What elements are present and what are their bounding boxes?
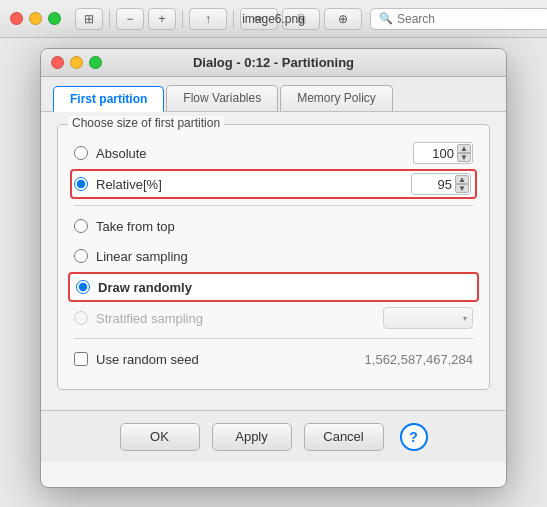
absolute-radio[interactable] xyxy=(74,146,88,160)
help-button[interactable]: ? xyxy=(400,423,428,451)
random-seed-row: Use random seed 1,562,587,467,284 xyxy=(74,345,473,373)
dialog-title: Dialog - 0:12 - Partitioning xyxy=(193,55,354,70)
zoom-out-button[interactable]: − xyxy=(116,8,144,30)
maximize-button[interactable] xyxy=(48,12,61,25)
relative-radio[interactable] xyxy=(74,177,88,191)
divider-2 xyxy=(74,338,473,339)
dialog-traffic-lights xyxy=(51,56,102,69)
absolute-label: Absolute xyxy=(96,146,413,161)
tab-flow-variables[interactable]: Flow Variables xyxy=(166,85,278,111)
toolbar-separator xyxy=(109,10,110,28)
dialog-minimize-button[interactable] xyxy=(70,56,83,69)
relative-value-wrapper: ▲ ▼ xyxy=(411,173,471,195)
dialog-footer: OK Apply Cancel ? xyxy=(41,410,506,462)
action-button[interactable]: ⊕ xyxy=(324,8,362,30)
random-seed-label: Use random seed xyxy=(96,352,365,367)
relative-row: Relative[%] ▲ ▼ xyxy=(70,169,477,199)
draw-randomly-radio[interactable] xyxy=(76,280,90,294)
absolute-value-wrapper: ▲ ▼ xyxy=(413,142,473,164)
tabs-bar: First partition Flow Variables Memory Po… xyxy=(41,77,506,112)
relative-label: Relative[%] xyxy=(96,177,411,192)
search-input[interactable] xyxy=(397,12,547,26)
tab-first-partition[interactable]: First partition xyxy=(53,86,164,112)
absolute-row: Absolute ▲ ▼ xyxy=(74,139,473,167)
cancel-button[interactable]: Cancel xyxy=(304,423,384,451)
dialog-maximize-button[interactable] xyxy=(89,56,102,69)
group-title: Choose size of first partition xyxy=(68,116,224,130)
relative-stepper-up[interactable]: ▲ xyxy=(455,175,469,184)
toolbar: ⊞ − + ↑ ✏ ⎘ ⊕ xyxy=(75,8,362,30)
relative-stepper-down[interactable]: ▼ xyxy=(455,184,469,193)
minimize-button[interactable] xyxy=(29,12,42,25)
linear-sampling-radio[interactable] xyxy=(74,249,88,263)
divider xyxy=(74,205,473,206)
stratified-select[interactable] xyxy=(383,307,473,329)
absolute-stepper-down[interactable]: ▼ xyxy=(457,153,471,162)
draw-randomly-row: Draw randomly xyxy=(68,272,479,302)
toolbar-separator-2 xyxy=(182,10,183,28)
partition-group: Choose size of first partition Absolute … xyxy=(57,124,490,390)
stratified-radio[interactable] xyxy=(74,311,88,325)
stratified-label: Stratified sampling xyxy=(96,311,383,326)
draw-randomly-label: Draw randomly xyxy=(98,280,471,295)
dialog-window: Dialog - 0:12 - Partitioning First parti… xyxy=(40,48,507,488)
search-box[interactable]: 🔍 xyxy=(370,8,547,30)
tab-memory-policy[interactable]: Memory Policy xyxy=(280,85,393,111)
zoom-in-button[interactable]: + xyxy=(148,8,176,30)
close-button[interactable] xyxy=(10,12,23,25)
stratified-sampling-row: Stratified sampling ▾ xyxy=(74,304,473,332)
seed-value: 1,562,587,467,284 xyxy=(365,352,473,367)
traffic-lights xyxy=(10,12,61,25)
absolute-stepper: ▲ ▼ xyxy=(457,144,471,162)
apply-button[interactable]: Apply xyxy=(212,423,292,451)
dialog-content: Choose size of first partition Absolute … xyxy=(41,112,506,410)
dialog-title-bar: Dialog - 0:12 - Partitioning xyxy=(41,49,506,77)
toolbar-separator-3 xyxy=(233,10,234,28)
take-from-top-label: Take from top xyxy=(96,219,473,234)
linear-sampling-row: Linear sampling xyxy=(74,242,473,270)
ok-button[interactable]: OK xyxy=(120,423,200,451)
dialog-close-button[interactable] xyxy=(51,56,64,69)
export-button[interactable]: ↑ xyxy=(189,8,227,30)
random-seed-checkbox[interactable] xyxy=(74,352,88,366)
take-from-top-row: Take from top xyxy=(74,212,473,240)
linear-sampling-label: Linear sampling xyxy=(96,249,473,264)
sidebar-toggle-button[interactable]: ⊞ xyxy=(75,8,103,30)
stratified-dropdown-wrapper: ▾ xyxy=(383,307,473,329)
window-title-bar: ⊞ − + ↑ ✏ ⎘ ⊕ 🔍 image6.png xyxy=(0,0,547,38)
window-title: image6.png xyxy=(242,12,305,26)
take-from-top-radio[interactable] xyxy=(74,219,88,233)
absolute-stepper-up[interactable]: ▲ xyxy=(457,144,471,153)
relative-stepper: ▲ ▼ xyxy=(455,175,469,193)
search-icon: 🔍 xyxy=(379,12,393,25)
